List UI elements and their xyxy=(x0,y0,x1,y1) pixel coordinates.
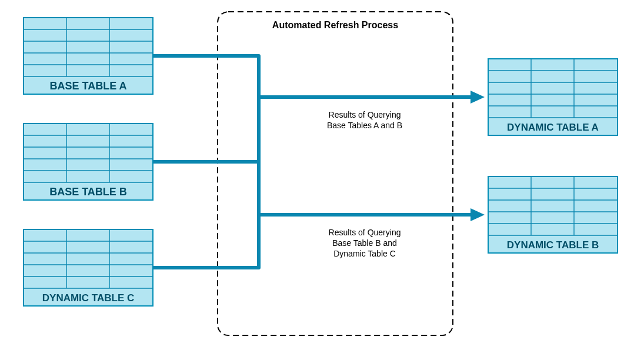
annotation-line: Base Table B and xyxy=(332,238,397,248)
table-label: DYNAMIC TABLE C xyxy=(42,292,134,304)
arrow-icon xyxy=(471,208,485,221)
table-label: BASE TABLE A xyxy=(49,80,126,92)
table-label: DYNAMIC TABLE A xyxy=(507,122,599,133)
table-dynamic-a: DYNAMIC TABLE A xyxy=(488,59,618,135)
table-dynamic-c: DYNAMIC TABLE C xyxy=(24,229,153,306)
table-base-a: BASE TABLE A xyxy=(24,18,153,94)
flow-b xyxy=(153,97,259,215)
arrow-icon xyxy=(471,91,485,104)
flow-c xyxy=(153,215,259,268)
annotation-line: Results of Querying xyxy=(329,228,401,237)
table-dynamic-b: DYNAMIC TABLE B xyxy=(488,176,618,253)
annotation-bottom: Results of Querying Base Table B and Dyn… xyxy=(329,228,401,258)
annotation-line: Dynamic Table C xyxy=(333,249,396,258)
annotation-line: Base Tables A and B xyxy=(327,121,402,130)
table-label: DYNAMIC TABLE B xyxy=(507,239,599,251)
diagram-root: Automated Refresh Process BASE TABLE A B… xyxy=(0,0,644,353)
annotation-top: Results of Querying Base Tables A and B xyxy=(327,110,402,130)
table-label: BASE TABLE B xyxy=(49,186,127,198)
table-base-b: BASE TABLE B xyxy=(24,124,153,200)
process-title: Automated Refresh Process xyxy=(272,20,398,30)
process-box xyxy=(218,12,453,335)
flow-a xyxy=(153,56,259,97)
annotation-line: Results of Querying xyxy=(329,110,401,119)
